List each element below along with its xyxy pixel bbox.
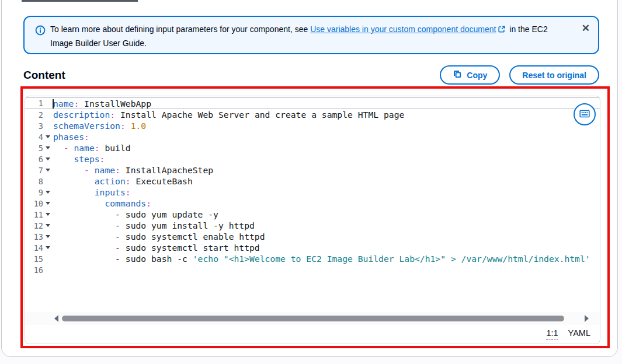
line-number: 12 <box>34 221 43 230</box>
code-line[interactable]: commands: <box>53 198 151 208</box>
fold-arrow-icon[interactable] <box>46 235 50 238</box>
fold-arrow-icon[interactable] <box>46 169 50 172</box>
code-line[interactable]: - name: InstallApacheStep <box>53 165 213 175</box>
gutter-cell: 9 <box>25 188 53 197</box>
code-line[interactable]: description: Install Apache Web Server a… <box>53 110 404 120</box>
line-number: 11 <box>34 210 43 219</box>
fold-arrow-icon[interactable] <box>46 191 50 194</box>
gutter-cell: 8 <box>25 177 53 186</box>
fold-arrow-icon[interactable] <box>46 224 50 227</box>
close-icon[interactable]: ✕ <box>582 23 590 33</box>
page-title: Content <box>23 69 65 82</box>
code-editor[interactable]: 1name: InstallWebApp2description: Instal… <box>25 96 600 344</box>
code-line[interactable]: - sudo systemctl enable httpd <box>53 232 265 242</box>
fold-arrow-icon[interactable] <box>46 146 50 149</box>
cursor-position[interactable]: 1:1 <box>546 328 558 340</box>
header-actions: Copy Reset to original <box>440 65 599 85</box>
line-number: 4 <box>39 132 43 142</box>
use-variables-link[interactable]: Use variables in your custom component d… <box>310 24 507 34</box>
code-row[interactable]: 13 - sudo systemctl enable httpd <box>25 231 600 242</box>
code-line[interactable]: steps: <box>53 154 105 164</box>
gutter-cell: 14 <box>25 243 53 253</box>
code-lines: 1name: InstallWebApp2description: Instal… <box>25 97 600 275</box>
info-alert: To learn more about defining input param… <box>23 16 599 54</box>
scroll-left-arrow[interactable] <box>54 315 58 322</box>
info-icon <box>35 25 46 38</box>
fold-arrow-icon[interactable] <box>46 213 50 216</box>
content-header: Content Copy Reset to original <box>23 65 599 85</box>
code-row[interactable]: 6 steps: <box>25 153 600 164</box>
gutter-cell: 12 <box>25 221 53 230</box>
alert-message: To learn more about defining input param… <box>50 23 564 50</box>
code-row[interactable]: 3schemaVersion: 1.0 <box>25 120 600 131</box>
gutter-cell: 15 <box>25 254 53 264</box>
language-label: YAML <box>568 328 590 338</box>
line-number: 16 <box>34 265 43 275</box>
fold-arrow-icon[interactable] <box>46 246 50 249</box>
code-line[interactable]: name: InstallWebApp <box>53 99 151 108</box>
scrollbar-thumb[interactable] <box>62 316 564 321</box>
line-number: 10 <box>34 199 43 208</box>
code-row[interactable]: 14 - sudo systemctl start httpd <box>25 242 600 253</box>
code-row[interactable]: 1name: InstallWebApp <box>25 97 600 109</box>
copy-button-label: Copy <box>467 71 487 80</box>
gutter-cell: 16 <box>25 265 53 275</box>
code-line[interactable]: schemaVersion: 1.0 <box>53 121 146 131</box>
gutter-cell: 6 <box>25 155 53 164</box>
gutter-cell: 3 <box>25 121 53 131</box>
gutter-cell: 5 <box>25 144 53 153</box>
code-row[interactable]: 10 commands: <box>25 198 600 209</box>
code-line[interactable]: phases: <box>53 132 89 142</box>
copy-icon <box>453 69 462 80</box>
code-row[interactable]: 9 inputs: <box>25 187 600 198</box>
gutter-cell: 4 <box>25 132 53 142</box>
copy-button[interactable]: Copy <box>440 65 500 85</box>
line-number: 15 <box>34 254 43 264</box>
keyboard-shortcuts-button[interactable] <box>574 103 596 125</box>
cropped-element-edge <box>22 0 138 2</box>
reset-button-label: Reset to original <box>522 71 586 80</box>
line-number: 1 <box>39 99 43 108</box>
fold-arrow-icon[interactable] <box>46 135 50 138</box>
scroll-right-arrow[interactable] <box>585 315 589 322</box>
gutter-cell: 11 <box>25 210 53 219</box>
external-link-icon <box>498 24 506 37</box>
fold-arrow-icon[interactable] <box>46 202 50 205</box>
text-cursor <box>53 99 54 108</box>
line-number: 6 <box>39 155 43 164</box>
fold-arrow-icon[interactable] <box>46 158 50 160</box>
code-line[interactable]: - sudo bash -c 'echo "<h1>Welcome to EC2… <box>53 254 590 264</box>
editor-status-bar: 1:1 YAML <box>546 328 590 340</box>
line-number: 14 <box>34 243 43 253</box>
code-line[interactable]: inputs: <box>53 187 131 197</box>
line-number: 9 <box>39 188 43 197</box>
code-row[interactable]: 8 action: ExecuteBash <box>25 176 600 187</box>
code-row[interactable]: 7 - name: InstallApacheStep <box>25 164 600 176</box>
line-number: 7 <box>39 166 43 175</box>
reset-to-original-button[interactable]: Reset to original <box>509 65 599 85</box>
code-row[interactable]: 2description: Install Apache Web Server … <box>25 109 600 120</box>
gutter-cell: 10 <box>25 199 53 208</box>
code-row[interactable]: 12 - sudo yum install -y httpd <box>25 220 600 231</box>
gutter-cell: 2 <box>25 110 53 120</box>
code-row[interactable]: 15 - sudo bash -c 'echo "<h1>Welcome to … <box>25 253 600 264</box>
code-row[interactable]: 5 - name: build <box>25 142 600 153</box>
keyboard-icon <box>578 107 591 122</box>
code-row[interactable]: 11 - sudo yum update -y <box>25 209 600 220</box>
code-line[interactable]: - name: build <box>53 143 131 153</box>
code-row[interactable]: 16 <box>25 264 600 275</box>
code-line[interactable]: action: ExecuteBash <box>53 176 193 186</box>
horizontal-scrollbar[interactable] <box>25 312 600 325</box>
gutter-cell: 13 <box>25 232 53 242</box>
line-number: 8 <box>39 177 43 186</box>
code-line[interactable]: - sudo yum update -y <box>53 209 218 219</box>
code-line[interactable]: - sudo yum install -y httpd <box>53 220 255 230</box>
line-number: 2 <box>39 110 43 120</box>
line-number: 5 <box>39 144 43 153</box>
code-row[interactable]: 4phases: <box>25 131 600 142</box>
gutter-cell: 7 <box>25 166 53 175</box>
code-line[interactable]: - sudo systemctl start httpd <box>53 243 260 253</box>
line-number: 3 <box>39 121 43 131</box>
line-number: 13 <box>34 232 43 242</box>
gutter-cell: 1 <box>25 99 53 108</box>
